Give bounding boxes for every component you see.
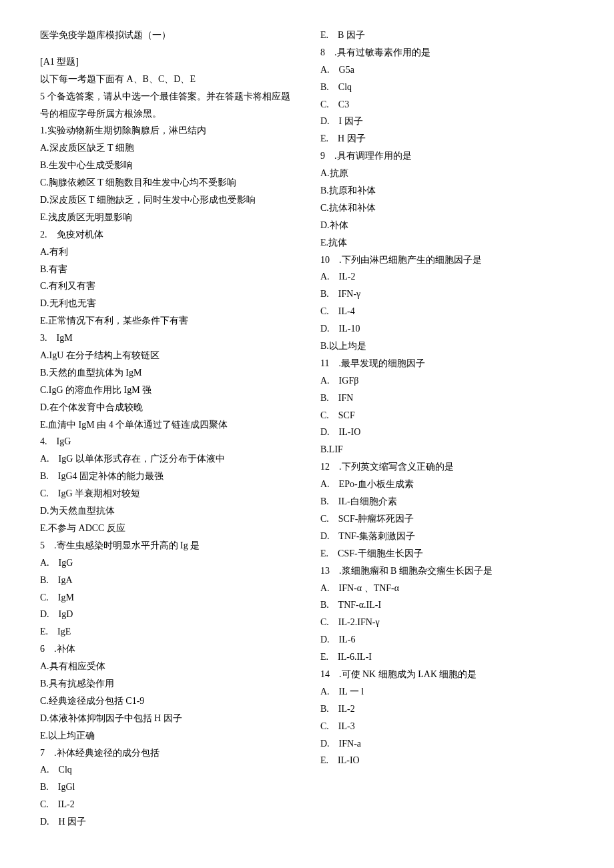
- q9-option-d: D.补体: [320, 217, 574, 234]
- q5-option-d: D. IgD: [40, 606, 294, 623]
- q9-option-b: B.抗原和补体: [320, 182, 574, 199]
- q12-option-a: A. EPo-血小板生成素: [320, 476, 574, 493]
- q5-option-b: B. IgA: [40, 572, 294, 589]
- q4-stem: 4. IgG: [40, 433, 294, 450]
- q2-stem: 2. 免疫对机体: [40, 226, 294, 244]
- q10-option-c: C. IL-4: [320, 303, 574, 320]
- q5-option-e: E. IgE: [40, 623, 294, 640]
- q11-option-b: B. IFN: [320, 390, 574, 407]
- q3-option-a: A.IgU 在分子结构上有较链区: [40, 347, 294, 364]
- q1-option-b: B.生发中心生成受影响: [40, 157, 294, 174]
- q10-option-a: A. IL-2: [320, 268, 574, 286]
- q2-option-c: C.有利又有害: [40, 278, 294, 295]
- q13-option-c: C. IL-2.IFN-γ: [320, 614, 574, 631]
- q10-option-b: B. IFN-γ: [320, 286, 574, 303]
- q8-stem: 8 .具有过敏毒素作用的是: [320, 44, 574, 61]
- q13-option-d: D. IL-6: [320, 631, 574, 648]
- section-header: [A1 型题]: [40, 53, 294, 71]
- q1-option-e: E.浅皮质区无明显影响: [40, 209, 294, 226]
- q4-option-a: A. IgG 以单体形式存在，广泛分布于体液中: [40, 450, 294, 468]
- q3-option-b: B.天然的血型抗体为 IgM: [40, 364, 294, 382]
- q2-option-e: E.正常情况下有利，某些条件下有害: [40, 312, 294, 330]
- q11-option-a: A. IGFβ: [320, 372, 574, 390]
- q9-option-e: E.抗体: [320, 234, 574, 252]
- q12-option-c: C. SCF-肿瘤坏死因子: [320, 510, 574, 528]
- q9-option-c: C.抗体和补体: [320, 199, 574, 217]
- q12-stem: 12 .下列英文缩写含义正确的是: [320, 458, 574, 476]
- q10-stem: 10 .下列由淋巴细胞产生的细胞因子是: [320, 252, 574, 269]
- q14-option-d: D. IFN-a: [320, 735, 574, 753]
- q4-option-c: C. IgG 半衰期相对较短: [40, 485, 294, 502]
- q7-option-d: D. H 因子: [40, 813, 294, 831]
- q13-option-a: A. IFN-α 、TNF-α: [320, 580, 574, 597]
- q6-option-b: B.具有抗感染作用: [40, 675, 294, 693]
- q11-option-c: C. SCF: [320, 407, 574, 424]
- q14-stem: 14 .可使 NK 细胞成为 LAK 细胞的是: [320, 666, 574, 683]
- q6-option-a: A.具有相应受体: [40, 658, 294, 675]
- q8-option-e: E. H 因子: [320, 130, 574, 147]
- q7-option-c: C. IL-2: [40, 796, 294, 813]
- instructions-line-1: 以下每一考题下面有 A、B、C、D、E: [40, 71, 294, 88]
- q11-option-d: D. IL-IO: [320, 424, 574, 441]
- q5-option-c: C. IgM: [40, 589, 294, 606]
- q14-option-a: A. IL 一 l: [320, 683, 574, 701]
- q13-option-b: B. TNF-α.IL-I: [320, 596, 574, 614]
- q2-option-a: A.有利: [40, 244, 294, 261]
- q1-option-c: C.胸腺依赖区 T 细胞数目和生发中心均不受影响: [40, 174, 294, 191]
- q9-stem: 9 .具有调理作用的是: [320, 147, 574, 165]
- q7-option-a: A. Clq: [40, 761, 294, 779]
- q14-option-c: C. IL-3: [320, 718, 574, 735]
- q12-option-d: D. TNF-集落刺激因子: [320, 528, 574, 545]
- q12-option-e: E. CSF-干细胞生长因子: [320, 545, 574, 562]
- q8-option-b: B. Clq: [320, 79, 574, 96]
- q7-option-e: E. B 因子: [320, 27, 574, 44]
- q8-option-a: A. G5a: [320, 61, 574, 79]
- q1-stem: 1.实验动物新生期切除胸腺后，淋巴结内: [40, 122, 294, 139]
- q6-option-d: D.体液补体抑制因子中包括 H 因子: [40, 710, 294, 727]
- q9-option-a: A.抗原: [320, 165, 574, 182]
- q7-option-b: B. IgGl: [40, 779, 294, 796]
- q4-option-d: D.为天然血型抗体: [40, 502, 294, 520]
- q7-stem: 7 .补体经典途径的成分包括: [40, 745, 294, 762]
- q8-option-c: C. C3: [320, 96, 574, 113]
- q3-option-d: D.在个体发育中合成较晚: [40, 399, 294, 416]
- q14-option-e: E. IL-IO: [320, 752, 574, 769]
- q4-option-b: B. IgG4 固定补体的能力最强: [40, 468, 294, 485]
- q6-stem: 6 .补体: [40, 640, 294, 658]
- doc-title: 医学免疫学题库模拟试题（一）: [40, 27, 294, 44]
- q11-stem: 11 .最早发现的细胞因子: [320, 355, 574, 372]
- q13-option-e: E. IL-6.IL-I: [320, 648, 574, 666]
- q5-stem: 5 .寄生虫感染时明显水平升高的 Ig 是: [40, 537, 294, 554]
- q4-option-e: E.不参与 ADCC 反应: [40, 520, 294, 537]
- q10-option-e: B.以上均是: [320, 338, 574, 355]
- q5-option-a: A. IgG: [40, 554, 294, 572]
- q12-option-b: B. IL-白细胞介素: [320, 493, 574, 510]
- q6-option-e: E.以上均正确: [40, 727, 294, 745]
- q1-option-d: D.深皮质区 T 细胞缺乏，同时生发中心形成也受影响: [40, 191, 294, 209]
- q2-option-d: D.无利也无害: [40, 295, 294, 312]
- q10-option-d: D. IL-10: [320, 320, 574, 338]
- page-content: 医学免疫学题库模拟试题（一） [A1 型题] 以下每一考题下面有 A、B、C、D…: [40, 27, 574, 841]
- q14-option-b: B. IL-2: [320, 701, 574, 718]
- q3-stem: 3. IgM: [40, 330, 294, 347]
- instructions-line-2: 5 个备选答案，请从中选一个最佳答案。并在答题卡将相应题号的相应字母所属方根涂黑…: [40, 88, 294, 123]
- q2-option-b: B.有害: [40, 261, 294, 278]
- q6-option-c: C.经典途径成分包括 C1-9: [40, 693, 294, 710]
- q8-option-d: D. I 因子: [320, 113, 574, 130]
- q3-option-e: E.血清中 IgM 由 4 个单体通过了链连成四聚体: [40, 416, 294, 434]
- q11-option-e: B.LIF: [320, 441, 574, 458]
- q13-stem: 13 .浆细胞瘤和 B 细胞杂交瘤生长因子是: [320, 562, 574, 580]
- q1-option-a: A.深皮质区缺乏 T 细胞: [40, 139, 294, 157]
- q3-option-c: C.IgG 的溶血作用比 IgM 强: [40, 382, 294, 399]
